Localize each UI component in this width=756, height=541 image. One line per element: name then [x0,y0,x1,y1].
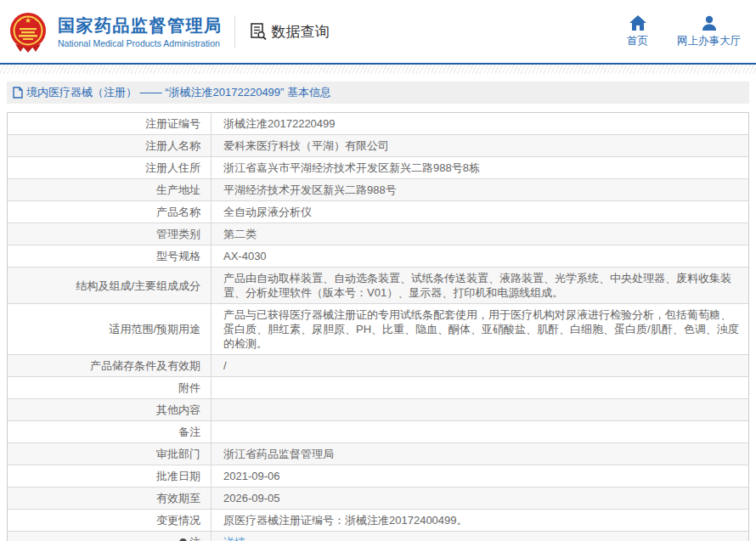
row-value: 爱科来医疗科技（平湖）有限公司 [212,135,748,156]
table-row: 附件 [8,376,748,398]
breadcrumb: 境内医疗器械（注册） —— “浙械注准20172220499” 基本信息 [7,82,749,104]
row-label: 型号规格 [8,245,212,267]
nmpa-emblem-logo: ★ ★ ★ [7,10,49,53]
row-label: 附件 [8,377,212,398]
table-row: 注册证编号浙械注准20172220499 [8,113,748,134]
row-value: 第二类 [212,223,748,245]
row-label: 注册人名称 [8,135,212,156]
row-label: 管理类别 [8,223,212,245]
row-label: 注册证编号 [8,113,212,134]
row-value: 产品由自动取样装置、自动选条装置、试纸条传送装置、液路装置、光学系统、中央处理器… [212,268,748,303]
page-icon [13,87,23,99]
row-value [212,399,748,420]
table-row: 适用范围/预期用途产品与已获得医疗器械注册证的专用试纸条配套使用，用于医疗机构对… [8,303,748,354]
breadcrumb-text: 境内医疗器械（注册） —— “浙械注准20172220499” 基本信息 [26,85,331,100]
row-value: 全自动尿液分析仪 [212,201,748,223]
row-label: 其他内容 [8,399,212,420]
data-query-label: 数据查询 [272,22,330,42]
row-value: 产品与已获得医疗器械注册证的专用试纸条配套使用，用于医疗机构对尿液进行检验分析，… [212,304,748,354]
document-search-icon [249,22,268,41]
header-divider [234,15,235,48]
row-value: 详情 [212,532,748,541]
table-row: 管理类别第二类 [8,223,748,245]
row-label: 备注 [8,421,212,442]
table-row: 批准日期2021-09-06 [8,465,748,487]
row-value: / [212,355,748,376]
row-label: 生产地址 [8,179,212,200]
row-label: 注册人住所 [8,157,212,178]
table-row: 其他内容 [8,398,748,420]
row-value: 浙江省药品监督管理局 [212,443,748,465]
brand: ★ ★ ★ 国家药品监督管理局 National Medical Product… [7,10,223,53]
table-row: 结构及组成/主要组成成分产品由自动取样装置、自动选条装置、试纸条传送装置、液路装… [8,267,748,303]
svg-text:★: ★ [25,16,31,25]
table-row: 注册人名称爱科来医疗科技（平湖）有限公司 [8,134,748,156]
row-value [212,421,748,442]
svg-text:★: ★ [35,18,38,22]
nav-home-label: 首页 [627,34,648,48]
user-icon [702,15,717,31]
data-query-tab[interactable]: 数据查询 [249,22,330,42]
nav-service-hall-label: 网上办事大厅 [677,34,741,48]
row-value: 2026-09-05 [212,487,748,509]
nav-service-hall[interactable]: 网上办事大厅 [677,15,741,48]
table-row: 注详情 [8,531,748,541]
row-label: 变更情况 [8,510,212,531]
row-label: 有效期至 [8,487,212,509]
row-value: 浙江省嘉兴市平湖经济技术开发区新兴二路988号8栋 [212,157,748,178]
table-row: 备注 [8,420,748,442]
site-header: ★ ★ ★ 国家药品监督管理局 National Medical Product… [0,0,756,63]
row-value: 2021-09-06 [212,465,748,487]
row-value: 平湖经济技术开发区新兴二路988号 [212,179,748,200]
table-row: 注册人住所浙江省嘉兴市平湖经济技术开发区新兴二路988号8栋 [8,156,748,178]
svg-text:★: ★ [18,18,21,22]
row-label: 产品储存条件及有效期 [8,355,212,376]
hatch-band [0,65,756,74]
row-value: 原医疗器械注册证编号：浙械注准20172400499。 [212,510,748,531]
info-table: 注册证编号浙械注准20172220499注册人名称爱科来医疗科技（平湖）有限公司… [7,112,749,541]
row-value [212,377,748,398]
row-label: 批准日期 [8,465,212,487]
org-subtitle: National Medical Products Administration [58,38,223,48]
org-titles: 国家药品监督管理局 National Medical Products Admi… [58,15,223,48]
table-row: 型号规格AX-4030 [8,245,748,267]
table-row: 有效期至2026-09-05 [8,487,748,509]
row-label: 产品名称 [8,201,212,223]
row-label: 审批部门 [8,443,212,465]
row-value: 浙械注准20172220499 [212,113,748,134]
row-label: 注 [8,532,212,541]
row-label: 结构及组成/主要组成成分 [8,268,212,303]
org-title: 国家药品监督管理局 [58,15,223,36]
home-icon [629,15,646,31]
nav-home[interactable]: 首页 [627,15,648,48]
table-row: 变更情况原医疗器械注册证编号：浙械注准20172400499。 [8,509,748,531]
row-value: AX-4030 [212,245,748,267]
table-row: 审批部门浙江省药品监督管理局 [8,442,748,465]
table-row: 产品储存条件及有效期/ [8,354,748,376]
table-row: 产品名称全自动尿液分析仪 [8,200,748,223]
table-row: 生产地址平湖经济技术开发区新兴二路988号 [8,178,748,200]
row-label: 适用范围/预期用途 [8,304,212,354]
detail-link[interactable]: 详情 [223,536,245,541]
